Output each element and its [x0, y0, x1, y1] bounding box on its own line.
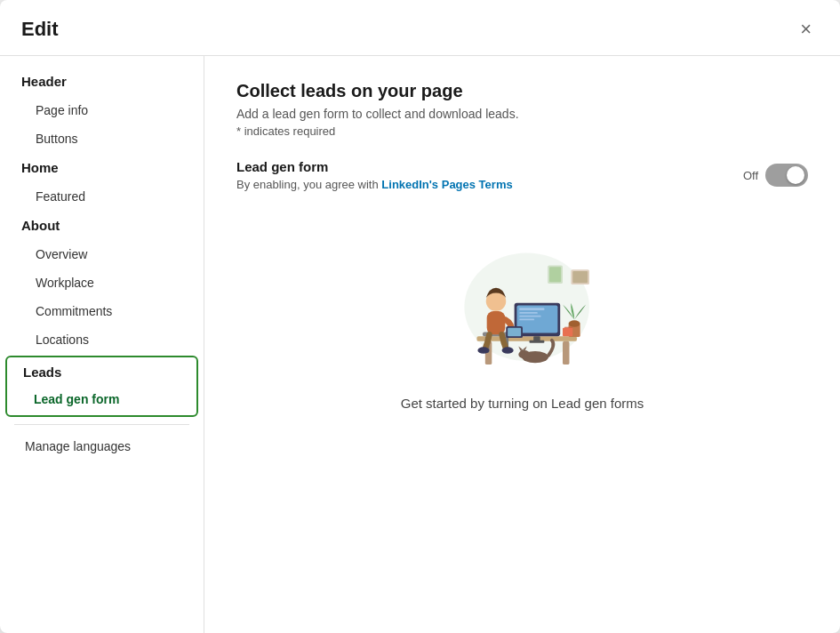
illustration-svg	[434, 244, 612, 378]
svg-rect-14	[563, 328, 572, 336]
svg-rect-8	[519, 316, 540, 317]
svg-point-27	[520, 349, 525, 355]
svg-point-24	[501, 347, 513, 354]
toggle-thumb	[787, 166, 804, 184]
lead-gen-desc-prefix: By enabling, you agree with	[236, 178, 381, 191]
svg-rect-15	[564, 327, 572, 328]
edit-modal: Edit × Header Page info Buttons Home Fea…	[0, 0, 840, 633]
svg-rect-6	[519, 308, 544, 310]
sidebar-item-lead-gen-form[interactable]: Lead gen form	[7, 385, 196, 413]
toggle-track	[765, 164, 808, 187]
lead-gen-desc: By enabling, you agree with LinkedIn's P…	[236, 178, 513, 191]
sidebar-item-featured[interactable]: Featured	[4, 182, 200, 211]
svg-rect-22	[508, 328, 521, 336]
svg-rect-3	[563, 341, 570, 365]
svg-point-23	[477, 347, 489, 354]
svg-rect-7	[519, 312, 538, 314]
main-content: Collect leads on your page Add a lead ge…	[204, 56, 840, 633]
sidebar: Header Page info Buttons Home Featured A…	[0, 56, 204, 633]
sidebar-item-home[interactable]: Home	[0, 153, 204, 182]
modal-body: Header Page info Buttons Home Featured A…	[0, 56, 840, 633]
svg-rect-11	[529, 341, 544, 343]
sidebar-item-page-info[interactable]: Page info	[4, 96, 200, 124]
svg-rect-1	[476, 336, 577, 341]
modal-header: Edit ×	[0, 0, 840, 56]
svg-rect-29	[572, 271, 588, 283]
form-row-left: Lead gen form By enabling, you agree wit…	[236, 159, 513, 191]
required-note: * indicates required	[236, 124, 808, 138]
toggle-container: Off	[743, 164, 808, 187]
sidebar-item-overview[interactable]: Overview	[4, 240, 200, 268]
close-button[interactable]: ×	[793, 16, 819, 43]
lead-gen-label: Lead gen form	[236, 159, 513, 174]
svg-rect-19	[486, 311, 505, 334]
svg-point-13	[568, 320, 580, 327]
illustration-caption: Get started by turning on Lead gen forms	[401, 396, 644, 411]
lead-gen-form-row: Lead gen form By enabling, you agree wit…	[236, 159, 808, 191]
sidebar-item-header[interactable]: Header	[0, 67, 204, 96]
page-section-title: Collect leads on your page	[236, 81, 808, 101]
sidebar-item-about[interactable]: About	[0, 211, 204, 240]
lead-gen-toggle[interactable]	[765, 164, 808, 187]
toggle-off-label: Off	[743, 169, 758, 182]
svg-rect-31	[549, 267, 561, 282]
page-section-subtitle: Add a lead gen form to collect and downl…	[236, 107, 808, 121]
svg-rect-9	[519, 318, 534, 320]
modal-title: Edit	[21, 18, 59, 41]
sidebar-divider	[14, 424, 189, 425]
illustration-area: Get started by turning on Lead gen forms	[236, 244, 808, 411]
linkedin-pages-terms-link[interactable]: LinkedIn's Pages Terms	[381, 178, 512, 191]
sidebar-item-commitments[interactable]: Commitments	[4, 297, 200, 325]
sidebar-item-workplace[interactable]: Workplace	[4, 268, 200, 297]
sidebar-item-buttons[interactable]: Buttons	[4, 124, 200, 153]
sidebar-item-locations[interactable]: Locations	[4, 325, 200, 354]
sidebar-item-leads[interactable]: Leads	[7, 359, 196, 385]
sidebar-item-manage-languages[interactable]: Manage languages	[4, 432, 200, 461]
sidebar-leads-group: Leads Lead gen form	[5, 356, 198, 417]
